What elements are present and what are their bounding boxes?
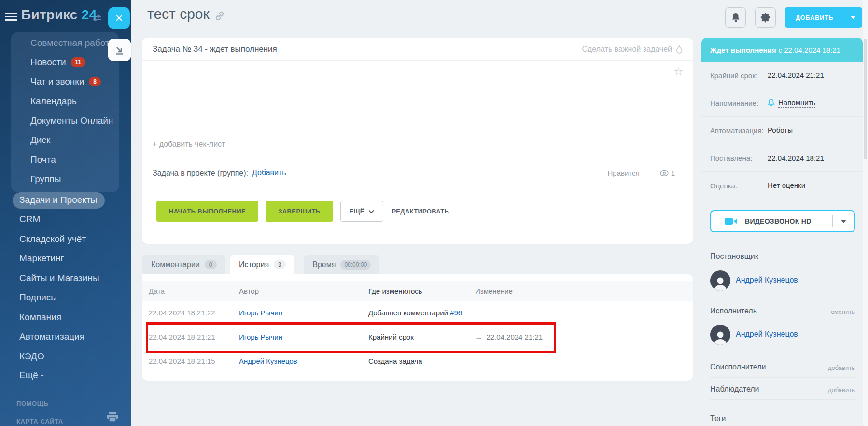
change-value: 22.04.2024 21:21	[486, 333, 543, 341]
history-table-card: Дата Автор Где изменилось Изменение 22.0…	[142, 274, 693, 381]
start-task-button[interactable]: НАЧАТЬ ВЫПОЛНЕНИЕ	[156, 201, 258, 222]
hamburger-menu-icon[interactable]	[5, 13, 17, 21]
sidebar-item-news[interactable]: Новости11	[30, 57, 85, 68]
deadline-value-link[interactable]: 22.04.2024 21:21	[768, 71, 824, 80]
edit-task-button[interactable]: РЕДАКТИРОВАТЬ	[392, 208, 449, 215]
sidebar-item-disk[interactable]: Диск	[30, 135, 50, 145]
person-icon	[714, 276, 727, 291]
finish-task-button[interactable]: ЗАВЕРШИТЬ	[266, 201, 333, 222]
history-table-header: Дата Автор Где изменилось Изменение	[142, 281, 693, 301]
eye-icon	[660, 170, 669, 176]
coexecutors-section-title: Соисполнители	[710, 363, 766, 371]
scrollbar-thumb[interactable]	[864, 39, 867, 159]
make-important-link[interactable]: Сделать важной задачей	[582, 45, 683, 54]
video-call-button[interactable]: ВИДЕОЗВОНОК HD	[710, 210, 855, 232]
close-menu-button[interactable]: ✕	[108, 7, 130, 29]
field-rating: Оценка: Нет оценки	[701, 172, 863, 199]
add-coexecutor-link[interactable]: добавить	[828, 364, 855, 371]
project-label: Задача в проекте (группе):	[153, 169, 248, 178]
history-count-badge: 3	[274, 260, 286, 269]
add-checklist-link[interactable]: + добавить чек-лист	[153, 140, 225, 150]
col-header-date: Дата	[149, 287, 239, 295]
sidebar-item-docs[interactable]: Документы Онлайн	[30, 115, 113, 126]
tab-time[interactable]: Время 00:00:00	[304, 255, 379, 274]
sidebar-item-inventory[interactable]: Складской учёт	[19, 234, 86, 244]
responsible-avatar[interactable]	[710, 325, 730, 345]
status-banner: Ждет выполненияс 22.04.2024 18:21	[701, 38, 863, 62]
brand-logo[interactable]: Битрикс 24	[21, 7, 97, 23]
sidebar-item-kedo[interactable]: КЭДО	[19, 351, 44, 362]
sidebar-item-tasks-active[interactable]: Задачи и Проекты	[13, 192, 105, 209]
page-scrollbar[interactable]	[863, 0, 868, 426]
history-row: 22.04.2024 18:21:15 Андрей Кузнецов Созд…	[142, 349, 693, 373]
sidebar-item-sites[interactable]: Сайты и Магазины	[19, 273, 99, 284]
task-actions: НАЧАТЬ ВЫПОЛНЕНИЕ ЗАВЕРШИТЬ ЕЩЁ РЕДАКТИР…	[142, 187, 693, 222]
sidebar-item-calendar[interactable]: Календарь	[30, 96, 77, 107]
task-tabs: Комментарии 0 История 3 Время 00:00:00	[142, 255, 379, 274]
author-link[interactable]: Игорь Рычин	[239, 309, 282, 317]
collapse-sidebar-button[interactable]	[108, 39, 131, 61]
tab-history[interactable]: История 3	[230, 255, 294, 274]
creator-avatar[interactable]	[710, 270, 730, 291]
task-description-area[interactable]: ☆	[142, 61, 693, 131]
video-dropdown-caret[interactable]	[833, 220, 854, 223]
responsible-name-link[interactable]: Андрей Кузнецов	[736, 330, 798, 339]
change-responsible-link[interactable]: сменить	[831, 308, 855, 315]
created-value: 22.04.2024 18:21	[768, 154, 824, 162]
left-sidebar: Битрикс 24 ✕ Совместная работа Новости11…	[0, 0, 131, 426]
more-actions-button[interactable]: ЕЩЁ	[340, 201, 384, 222]
sidebar-item-groups[interactable]: Группы	[30, 174, 61, 185]
tune-icon[interactable]	[93, 14, 101, 24]
comments-count-badge: 0	[205, 260, 217, 269]
video-camera-icon	[725, 217, 737, 225]
robots-value-link[interactable]: Роботы	[768, 126, 793, 135]
video-call-label: ВИДЕОЗВОНОК HD	[745, 217, 812, 225]
creator-name-link[interactable]: Андрей Кузнецов	[736, 276, 798, 284]
time-tracker-badge: 00:00:00	[340, 260, 371, 270]
sidebar-item-mail[interactable]: Почта	[30, 155, 56, 165]
sidebar-sitemap-link[interactable]: КАРТА САЙТА	[16, 418, 63, 425]
rating-value-link[interactable]: Нет оценки	[768, 181, 805, 190]
views-counter: 1	[660, 169, 675, 177]
page-title: тест срок	[147, 6, 210, 22]
creator-section-title: Постановщик	[710, 252, 758, 261]
task-status-line: Задача № 34 - ждет выполнения	[153, 44, 277, 54]
comment-number-link[interactable]: #96	[450, 309, 462, 317]
favorite-star-icon[interactable]: ☆	[673, 65, 684, 78]
project-add-link[interactable]: Добавить	[252, 169, 286, 178]
col-header-author: Автор	[239, 287, 368, 295]
field-deadline: Крайний срок: 22.04.2024 21:21	[701, 62, 863, 89]
project-row: Задача в проекте (группе): Добавить Нрав…	[142, 159, 693, 187]
chat-count-badge: 8	[89, 77, 101, 86]
field-created: Поставлена: 22.04.2024 18:21	[701, 144, 863, 172]
sidebar-item-sign[interactable]: Подпись	[19, 292, 56, 303]
add-watcher-link[interactable]: добавить	[828, 386, 855, 394]
status-since: с 22.04.2024 18:21	[779, 46, 840, 54]
author-link[interactable]: Андрей Кузнецов	[239, 357, 297, 365]
col-header-where: Где изменилось	[368, 287, 475, 295]
sidebar-item-chat[interactable]: Чат и звонки8	[30, 76, 101, 87]
task-card-header: Задача № 34 - ждет выполнения Сделать ва…	[142, 38, 693, 61]
sidebar-item-marketing[interactable]: Маркетинг	[19, 253, 64, 264]
sidebar-item-automation[interactable]: Автоматизация	[19, 331, 84, 342]
history-row: 22.04.2024 18:21:22 Игорь Рычин Добавлен…	[142, 301, 693, 325]
checklist-row: + добавить чек-лист	[142, 131, 693, 159]
flame-icon	[676, 45, 683, 54]
sidebar-help-link[interactable]: ПОМОЩЬ	[16, 400, 49, 407]
sidebar-item-more[interactable]: Ещё -	[19, 370, 43, 381]
author-link[interactable]: Игорь Рычин	[239, 333, 282, 341]
sidebar-item-company[interactable]: Компания	[19, 312, 61, 323]
news-count-badge: 11	[71, 57, 86, 67]
sidebar-item-crm[interactable]: CRM	[19, 214, 40, 225]
copy-link-icon[interactable]	[214, 11, 225, 23]
reminder-bell-icon	[768, 99, 775, 109]
field-automation: Автоматизация: Роботы	[701, 117, 863, 144]
like-link[interactable]: Нравится	[607, 169, 639, 177]
watchers-section-title: Наблюдатели	[710, 385, 759, 394]
change-arrow: →	[475, 333, 482, 341]
reminder-value-link[interactable]: Напомнить	[778, 99, 815, 108]
chevron-down-icon	[368, 210, 374, 213]
collab-menu-panel: Совместная работа Новости11 Чат и звонки…	[11, 32, 119, 192]
tab-comments[interactable]: Комментарии 0	[142, 255, 225, 274]
printer-icon[interactable]	[107, 412, 118, 424]
